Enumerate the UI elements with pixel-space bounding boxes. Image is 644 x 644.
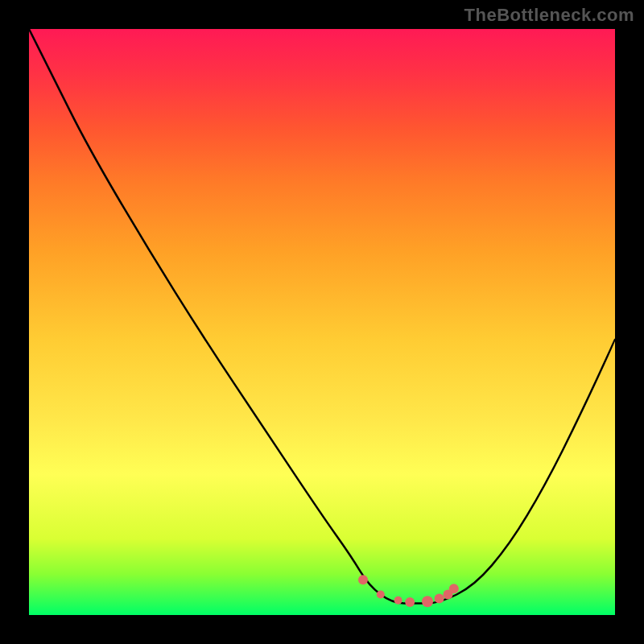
watermark-label: TheBottleneck.com <box>464 5 634 26</box>
chart-overlay <box>29 29 615 615</box>
highlight-dot <box>405 597 415 607</box>
highlight-dot <box>449 584 459 593</box>
highlight-dot <box>358 575 368 584</box>
chart-container: TheBottleneck.com <box>0 0 644 644</box>
highlight-dot <box>377 591 385 599</box>
highlight-dot <box>435 594 444 604</box>
highlight-dot <box>394 597 402 605</box>
bottleneck-curve <box>29 29 615 603</box>
plot-area <box>29 29 615 615</box>
sweet-spot-highlight <box>358 575 459 607</box>
highlight-dot <box>422 596 433 607</box>
